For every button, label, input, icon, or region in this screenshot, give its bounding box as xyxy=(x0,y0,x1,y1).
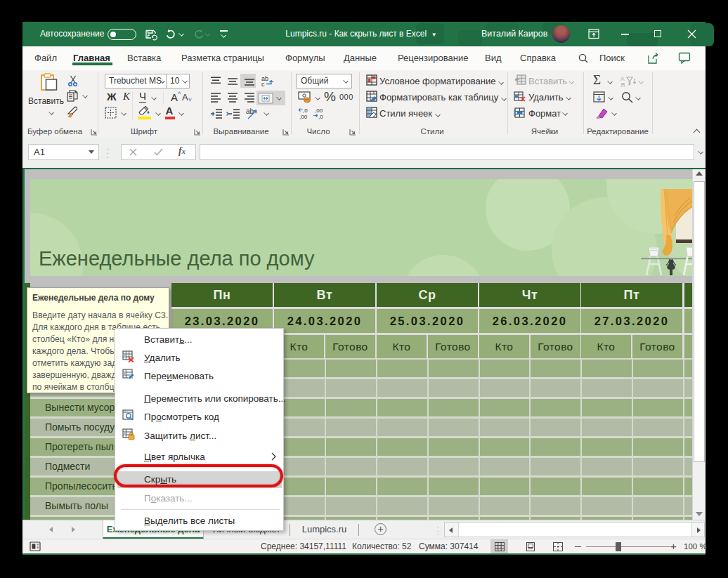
svg-text:Я: Я xyxy=(620,81,625,88)
svg-text:c: c xyxy=(261,81,265,87)
svg-text:,0: ,0 xyxy=(318,114,323,120)
svg-text:,00: ,00 xyxy=(299,114,308,120)
